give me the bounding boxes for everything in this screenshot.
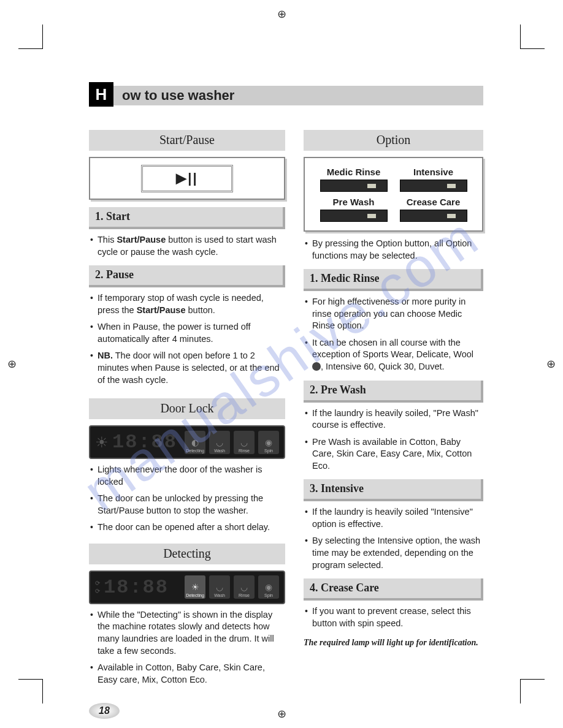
- bullet: If you want to prevent crease, select th…: [305, 605, 483, 629]
- play-pause-icon: ▶||: [141, 165, 233, 192]
- bullet: The door can be unlocked by pressing the…: [90, 493, 285, 517]
- option-label: Pre Wash: [320, 197, 388, 207]
- crop-mark: [18, 679, 43, 703]
- bullet: It can be chosen in all course with the …: [305, 337, 483, 373]
- hand-wash-icon: [312, 362, 321, 371]
- option-heading: Option: [304, 130, 483, 151]
- title-initial: H: [89, 82, 113, 107]
- crease-bullets: If you want to prevent crease, select th…: [304, 605, 483, 629]
- registration-mark-icon: ⊕: [277, 7, 286, 21]
- bullet: While the "Detecting" is shown in the di…: [90, 609, 285, 657]
- option-label: Crease Care: [400, 197, 467, 207]
- bullet: If the laundry is heavily soiled "Intens…: [305, 506, 483, 530]
- option-button: [400, 180, 467, 192]
- stage-wash: ◡Wash: [209, 431, 230, 454]
- option-button: [320, 210, 388, 222]
- intensive-bullets: If the laundry is heavily soiled "Intens…: [304, 506, 483, 571]
- pause-bullets: If temporary stop of wash cycle is neede…: [89, 292, 285, 386]
- door-lock-bullets: Lights whenever the door of the washer i…: [89, 464, 285, 534]
- bullet: By selecting the Intensive option, the w…: [305, 535, 483, 571]
- option-crease-care: Crease Care: [400, 197, 467, 222]
- bullet: NB. The door will not open before 1 to 2…: [90, 350, 285, 386]
- stage-spin: ◉Spin: [258, 575, 279, 599]
- stage-detecting-active: ☀Detecting: [185, 575, 205, 599]
- crease-heading: 4. Crease Care: [304, 578, 483, 601]
- registration-mark-icon: ⊕: [546, 357, 556, 371]
- left-column: Start/Pause ▶|| 1. Start This Start/Paus…: [89, 130, 285, 719]
- stage-rinse: ◡Rinse: [234, 431, 255, 454]
- detecting-bullets: While the "Detecting" is shown in the di…: [89, 609, 285, 686]
- detecting-display: ⟳⟳ 18:88 ☀Detecting ◡Wash ◡Rinse ◉Spin: [89, 571, 285, 604]
- crop-mark: [520, 25, 545, 49]
- prewash-heading: 2. Pre Wash: [304, 381, 483, 403]
- medic-rinse-heading: 1. Medic Rinse: [304, 269, 483, 291]
- stage-detecting: ◐Detecting: [185, 431, 205, 454]
- stage-rinse: ◡Rinse: [234, 575, 255, 599]
- stage-wash: ◡Wash: [209, 575, 230, 599]
- start-pause-heading: Start/Pause: [89, 130, 285, 151]
- footnote: The required lamp will light up for iden…: [304, 638, 483, 648]
- bullet: Available in Cotton, Baby Care, Skin Car…: [90, 662, 285, 686]
- intensive-heading: 3. Intensive: [304, 479, 483, 501]
- right-column: Option Medic Rinse Intensive Pre Wash: [304, 130, 483, 719]
- bullet: Lights whenever the door of the washer i…: [90, 464, 285, 488]
- bullet: If the laundry is heavily soiled, "Pre W…: [305, 408, 483, 431]
- bullet: For high effectiveness or more purity in…: [305, 296, 483, 332]
- door-lock-heading: Door Lock: [89, 398, 285, 419]
- prewash-bullets: If the laundry is heavily soiled, "Pre W…: [304, 408, 483, 472]
- option-pre-wash: Pre Wash: [320, 197, 388, 222]
- spin-indicator-icon: ⟳⟳: [95, 580, 100, 594]
- bullet: When in Pause, the power is turned off a…: [90, 321, 285, 345]
- start-pause-panel: ▶||: [89, 157, 285, 200]
- option-panel: Medic Rinse Intensive Pre Wash Crease Ca…: [304, 157, 483, 232]
- option-intensive: Intensive: [400, 167, 467, 192]
- medic-bullets: For high effectiveness or more purity in…: [304, 296, 483, 373]
- bullet: This Start/Pause button is used to start…: [90, 234, 285, 258]
- pause-heading: 2. Pause: [89, 265, 285, 287]
- bullet: By pressing the Option button, all Optio…: [305, 238, 483, 262]
- option-label: Intensive: [400, 167, 467, 177]
- crop-mark: [18, 25, 43, 49]
- seven-segment: 18:88: [112, 431, 177, 453]
- page-title-bar: H ow to use washer: [89, 86, 483, 105]
- option-intro-bullets: By pressing the Option button, all Optio…: [304, 238, 483, 262]
- option-button: [400, 210, 467, 222]
- bullet: Pre Wash is available in Cotton, Baby Ca…: [305, 436, 483, 472]
- stage-spin: ◉Spin: [258, 431, 279, 454]
- start-bullets: This Start/Pause button is used to start…: [89, 234, 285, 258]
- seven-segment: 18:88: [104, 576, 169, 599]
- registration-mark-icon: ⊕: [7, 357, 17, 371]
- option-button: [320, 180, 388, 192]
- option-medic-rinse: Medic Rinse: [320, 167, 388, 192]
- door-lock-display: ☀ 18:88 ◐Detecting ◡Wash ◡Rinse ◉Spin: [89, 425, 285, 459]
- sun-icon: ☀: [95, 434, 109, 451]
- bullet: If temporary stop of wash cycle is neede…: [90, 292, 285, 316]
- detecting-heading: Detecting: [89, 544, 285, 564]
- bullet: The door can be opened after a short del…: [90, 521, 285, 534]
- page-title: ow to use washer: [113, 88, 234, 104]
- start-heading: 1. Start: [89, 207, 285, 229]
- crop-mark: [520, 679, 545, 703]
- option-label: Medic Rinse: [320, 167, 388, 177]
- page-number: 18: [89, 703, 120, 719]
